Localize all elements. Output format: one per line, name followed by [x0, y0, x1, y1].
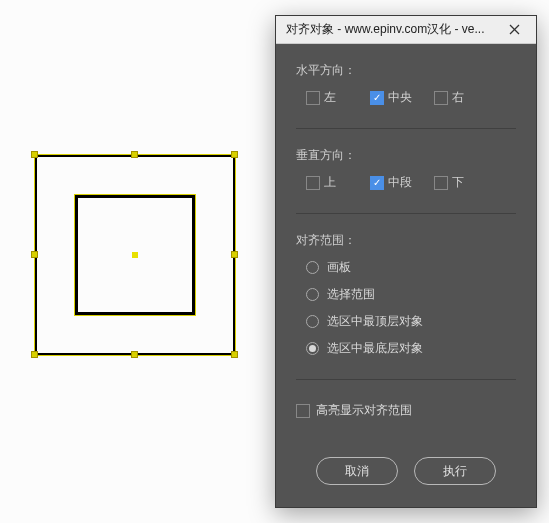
v-bottom-label: 下: [452, 174, 464, 191]
scope-option-bottom-object[interactable]: 选区中最底层对象: [306, 340, 516, 357]
center-point-icon: [132, 252, 138, 258]
v-align-top[interactable]: 上: [306, 174, 364, 191]
cancel-label: 取消: [345, 463, 369, 480]
checkbox-icon: [434, 91, 448, 105]
canvas-preview: [35, 155, 235, 355]
v-middle-label: 中段: [388, 174, 412, 191]
handle-bc[interactable]: [131, 351, 138, 358]
h-align-center[interactable]: 中央: [370, 89, 428, 106]
scope-opt3-label: 选区中最底层对象: [327, 340, 423, 357]
v-align-middle[interactable]: 中段: [370, 174, 428, 191]
h-right-label: 右: [452, 89, 464, 106]
checkbox-icon: [434, 176, 448, 190]
highlight-scope-toggle[interactable]: 高亮显示对齐范围: [296, 402, 516, 419]
h-align-left[interactable]: 左: [306, 89, 364, 106]
checkbox-icon: [306, 176, 320, 190]
close-icon: [509, 24, 520, 35]
handle-tc[interactable]: [131, 151, 138, 158]
execute-label: 执行: [443, 463, 467, 480]
close-button[interactable]: [498, 19, 530, 41]
divider: [296, 128, 516, 129]
handle-tl[interactable]: [31, 151, 38, 158]
handle-tr[interactable]: [231, 151, 238, 158]
radio-icon: [306, 288, 319, 301]
h-align-right[interactable]: 右: [434, 89, 492, 106]
highlight-label: 高亮显示对齐范围: [316, 402, 412, 419]
radio-icon: [306, 342, 319, 355]
v-align-bottom[interactable]: 下: [434, 174, 492, 191]
divider: [296, 213, 516, 214]
scope-opt2-label: 选区中最顶层对象: [327, 313, 423, 330]
handle-ml[interactable]: [31, 251, 38, 258]
execute-button[interactable]: 执行: [414, 457, 496, 485]
h-left-label: 左: [324, 89, 336, 106]
scope-opt0-label: 画板: [327, 259, 351, 276]
dialog-title: 对齐对象 - www.epinv.com汉化 - ve...: [286, 21, 498, 38]
checkbox-icon: [306, 91, 320, 105]
scope-option-artboard[interactable]: 画板: [306, 259, 516, 276]
h-center-label: 中央: [388, 89, 412, 106]
cancel-button[interactable]: 取消: [316, 457, 398, 485]
align-objects-dialog: 对齐对象 - www.epinv.com汉化 - ve... 水平方向： 左 中…: [275, 15, 537, 508]
handle-bl[interactable]: [31, 351, 38, 358]
checkbox-icon: [296, 404, 310, 418]
radio-icon: [306, 315, 319, 328]
scope-option-top-object[interactable]: 选区中最顶层对象: [306, 313, 516, 330]
scope-label: 对齐范围：: [296, 232, 516, 249]
scope-option-selection[interactable]: 选择范围: [306, 286, 516, 303]
vertical-label: 垂直方向：: [296, 147, 516, 164]
checkbox-icon: [370, 176, 384, 190]
v-top-label: 上: [324, 174, 336, 191]
handle-br[interactable]: [231, 351, 238, 358]
scope-opt1-label: 选择范围: [327, 286, 375, 303]
dialog-titlebar[interactable]: 对齐对象 - www.epinv.com汉化 - ve...: [276, 16, 536, 44]
handle-mr[interactable]: [231, 251, 238, 258]
checkbox-icon: [370, 91, 384, 105]
horizontal-label: 水平方向：: [296, 62, 516, 79]
divider: [296, 379, 516, 380]
radio-icon: [306, 261, 319, 274]
